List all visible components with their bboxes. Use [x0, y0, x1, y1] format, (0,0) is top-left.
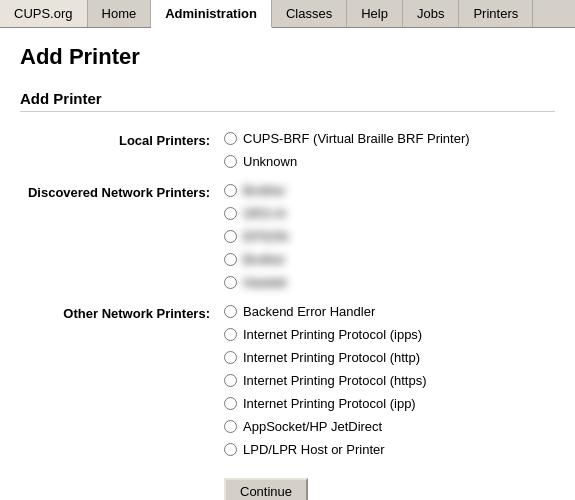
radio-option: Internet Printing Protocol (https) — [224, 373, 551, 388]
table-row: Internet Printing Protocol (ipp) — [20, 393, 555, 416]
printer-label-http[interactable]: Internet Printing Protocol (http) — [243, 350, 420, 365]
printer-radio-appsocket[interactable] — [224, 420, 237, 433]
printer-radio-ipps[interactable] — [224, 328, 237, 341]
printer-radio-epson[interactable] — [224, 230, 237, 243]
printer-label-https[interactable]: Internet Printing Protocol (https) — [243, 373, 427, 388]
button-row: Continue — [20, 478, 555, 500]
table-row: Internet Printing Protocol (https) — [20, 370, 555, 393]
table-row: Brother — [20, 249, 555, 272]
printer-label-cups-brf[interactable]: CUPS-BRF (Virtual Braille BRF Printer) — [243, 131, 470, 146]
radio-option: GR3-Al — [224, 206, 551, 221]
printer-radio-lpd[interactable] — [224, 443, 237, 456]
table-row: Hewlett — [20, 272, 555, 295]
radio-option: LPD/LPR Host or Printer — [224, 442, 551, 457]
group-label-2: Other Network Printers: — [20, 301, 220, 324]
table-row: Internet Printing Protocol (http) — [20, 347, 555, 370]
table-row: EPSON — [20, 226, 555, 249]
nav-item-home[interactable]: Home — [88, 0, 152, 27]
continue-button[interactable]: Continue — [224, 478, 308, 500]
printer-label-ipp[interactable]: Internet Printing Protocol (ipp) — [243, 396, 416, 411]
nav-item-classes[interactable]: Classes — [272, 0, 347, 27]
table-row: Local Printers:CUPS-BRF (Virtual Braille… — [20, 128, 555, 151]
printer-radio-brother2[interactable] — [224, 253, 237, 266]
printer-label-ipps[interactable]: Internet Printing Protocol (ipps) — [243, 327, 422, 342]
table-row: Other Network Printers:Backend Error Han… — [20, 301, 555, 324]
table-row: LPD/LPR Host or Printer — [20, 439, 555, 462]
radio-option: CUPS-BRF (Virtual Braille BRF Printer) — [224, 131, 551, 146]
radio-option: Internet Printing Protocol (http) — [224, 350, 551, 365]
printer-radio-unknown[interactable] — [224, 155, 237, 168]
table-row: GR3-Al — [20, 203, 555, 226]
printer-label-appsocket[interactable]: AppSocket/HP JetDirect — [243, 419, 382, 434]
page-title: Add Printer — [20, 44, 555, 70]
radio-option: EPSON — [224, 229, 551, 244]
radio-option: Brother — [224, 183, 551, 198]
group-label-1: Discovered Network Printers: — [20, 180, 220, 203]
table-row: AppSocket/HP JetDirect — [20, 416, 555, 439]
printer-radio-hewlett[interactable] — [224, 276, 237, 289]
printer-label-backend-error[interactable]: Backend Error Handler — [243, 304, 375, 319]
section-title: Add Printer — [20, 90, 555, 112]
nav-item-printers[interactable]: Printers — [459, 0, 533, 27]
group-label-0: Local Printers: — [20, 128, 220, 151]
printer-radio-backend-error[interactable] — [224, 305, 237, 318]
printer-radio-gr3al[interactable] — [224, 207, 237, 220]
printer-label-unknown[interactable]: Unknown — [243, 154, 297, 169]
main-nav: CUPS.orgHomeAdministrationClassesHelpJob… — [0, 0, 575, 28]
table-row: Discovered Network Printers:Brother — [20, 180, 555, 203]
radio-option: Internet Printing Protocol (ipp) — [224, 396, 551, 411]
printer-label-hewlett[interactable]: Hewlett — [243, 275, 286, 290]
nav-item-help[interactable]: Help — [347, 0, 403, 27]
printer-radio-cups-brf[interactable] — [224, 132, 237, 145]
radio-option: Internet Printing Protocol (ipps) — [224, 327, 551, 342]
add-printer-form: Local Printers:CUPS-BRF (Virtual Braille… — [20, 128, 555, 500]
table-row: Internet Printing Protocol (ipps) — [20, 324, 555, 347]
radio-option: Hewlett — [224, 275, 551, 290]
radio-option: Backend Error Handler — [224, 304, 551, 319]
radio-option: Unknown — [224, 154, 551, 169]
printer-options-table: Local Printers:CUPS-BRF (Virtual Braille… — [20, 128, 555, 462]
table-row: Unknown — [20, 151, 555, 174]
printer-radio-http[interactable] — [224, 351, 237, 364]
printer-label-brother2[interactable]: Brother — [243, 252, 286, 267]
nav-item-jobs[interactable]: Jobs — [403, 0, 459, 27]
radio-option: Brother — [224, 252, 551, 267]
nav-item-cupsorg[interactable]: CUPS.org — [0, 0, 88, 27]
printer-label-brother1[interactable]: Brother — [243, 183, 286, 198]
nav-item-administration[interactable]: Administration — [151, 0, 272, 28]
printer-label-lpd[interactable]: LPD/LPR Host or Printer — [243, 442, 385, 457]
printer-radio-ipp[interactable] — [224, 397, 237, 410]
radio-option: AppSocket/HP JetDirect — [224, 419, 551, 434]
page-content: Add Printer Add Printer Local Printers:C… — [0, 28, 575, 500]
printer-label-epson[interactable]: EPSON — [243, 229, 289, 244]
printer-radio-brother1[interactable] — [224, 184, 237, 197]
printer-label-gr3al[interactable]: GR3-Al — [243, 206, 286, 221]
printer-radio-https[interactable] — [224, 374, 237, 387]
